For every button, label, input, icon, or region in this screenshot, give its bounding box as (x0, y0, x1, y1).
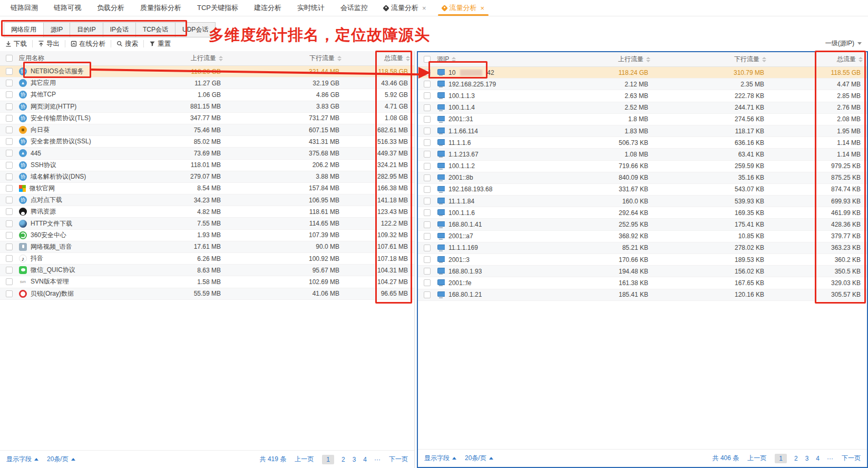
app-row[interactable]: 协SSH协议118.01 MB206.2 MB324.21 MB (0, 160, 414, 171)
checkbox[interactable] (6, 55, 13, 62)
page-size-dropdown[interactable]: 20条/页 (465, 454, 493, 463)
checkbox[interactable] (424, 151, 431, 158)
sort-icon[interactable] (337, 56, 342, 61)
top-tab-6[interactable]: 实时统计 (297, 0, 325, 16)
column-header-3[interactable]: 总流量 (771, 55, 867, 64)
page-number-1[interactable]: 1 (322, 455, 334, 464)
sort-icon[interactable] (762, 57, 766, 62)
app-row[interactable]: 协其他TCP1.06 GB4.86 GB5.92 GB (0, 89, 414, 101)
top-tab-9[interactable]: 流量分析× (442, 0, 485, 16)
reset-button[interactable]: 重置 (144, 40, 176, 48)
top-tab-3[interactable]: 质量指标分析 (140, 0, 181, 16)
checkbox[interactable] (6, 278, 13, 285)
ip-row[interactable]: 11.1.1.16985.21 KB278.02 KB363.23 KB (418, 242, 867, 254)
checkbox[interactable] (424, 221, 431, 228)
dimension-tab-4[interactable]: TCP会话 (135, 22, 175, 37)
checkbox[interactable] (424, 256, 431, 263)
checkbox[interactable] (424, 163, 431, 170)
app-row[interactable]: 腾讯资源4.82 MB118.61 MB123.43 MB (0, 206, 414, 218)
page-number-3[interactable]: 3 (805, 455, 809, 462)
ip-row[interactable]: 2001::3170.66 KB189.53 KB360.2 KB (418, 254, 867, 266)
checkbox[interactable] (424, 56, 431, 63)
checkbox[interactable] (424, 279, 431, 286)
ip-row[interactable]: 192.168.193.68331.67 KB543.07 KB874.74 K… (418, 184, 867, 196)
online-analysis-button[interactable]: 在线分析 (65, 40, 111, 48)
ip-row[interactable]: 100.1.1.6292.64 KB169.35 KB461.99 KB (418, 207, 867, 219)
sort-icon[interactable] (859, 57, 863, 62)
page-number-2[interactable]: 2 (794, 455, 798, 462)
page-number-1[interactable]: 1 (775, 454, 787, 463)
ip-row[interactable]: 11.1.1.6506.73 KB636.16 KB1.14 MB (418, 137, 867, 149)
checkbox[interactable] (424, 92, 431, 99)
page-number-3[interactable]: 3 (353, 456, 356, 463)
app-row[interactable]: 协域名解析协议(DNS)279.07 MB3.88 MB282.95 MB (0, 171, 414, 183)
top-tab-2[interactable]: 负载分析 (97, 0, 124, 16)
next-page-button[interactable]: 下一页 (842, 454, 861, 463)
page-ellipsis[interactable]: ··· (374, 456, 381, 463)
checkbox[interactable] (424, 69, 431, 76)
ip-row[interactable]: 1042118.24 GB310.79 MB118.55 GB (418, 67, 867, 79)
checkbox[interactable] (424, 291, 431, 298)
checkbox[interactable] (424, 104, 431, 111)
app-row[interactable]: ▲其它应用11.27 GB32.19 GB43.46 GB (0, 77, 414, 89)
checkbox[interactable] (6, 267, 13, 274)
app-row[interactable]: 贝锐(Oray)数据55.59 MB41.06 MB96.65 MB (0, 288, 414, 300)
checkbox[interactable] (6, 255, 13, 262)
checkbox[interactable] (6, 115, 13, 122)
search-button[interactable]: 搜索 (111, 40, 143, 48)
app-row[interactable]: 网络视频_语音17.61 MB90.0 MB107.61 MB (0, 241, 414, 253)
checkbox[interactable] (424, 174, 431, 181)
checkbox[interactable] (6, 290, 13, 297)
display-fields-button[interactable]: 显示字段 (424, 454, 456, 463)
page-number-2[interactable]: 2 (342, 456, 345, 463)
next-page-button[interactable]: 下一页 (389, 455, 408, 464)
dimension-tab-5[interactable]: UDP会话 (175, 22, 216, 37)
dimension-tab-3[interactable]: IP会话 (103, 22, 136, 37)
checkbox[interactable] (424, 116, 431, 123)
sort-icon[interactable] (406, 56, 410, 61)
app-row[interactable]: 协安全传输层协议(TLS)347.77 MB731.27 MB1.08 GB (0, 113, 414, 124)
ip-row[interactable]: 100.1.1.32.63 MB222.78 KB2.85 MB (418, 90, 867, 102)
checkbox[interactable] (6, 126, 13, 133)
page-number-4[interactable]: 4 (363, 456, 367, 463)
download-button[interactable]: 下载 (5, 40, 32, 48)
app-row[interactable]: 微信_QUIC协议8.63 MB95.67 MB104.31 MB (0, 265, 414, 276)
checkbox[interactable] (6, 185, 13, 192)
export-button[interactable]: 导出 (33, 40, 65, 48)
prev-page-button[interactable]: 上一页 (747, 454, 766, 463)
checkbox[interactable] (424, 245, 431, 251)
dimension-tab-1[interactable]: 源IP (43, 22, 70, 37)
ip-row[interactable]: 2001::8b840.09 KB35.16 KB875.25 KB (418, 172, 867, 184)
sort-icon[interactable] (452, 57, 456, 62)
top-tab-1[interactable]: 链路可视 (54, 0, 81, 16)
column-header-2[interactable]: 下行流量 (655, 55, 771, 64)
app-row[interactable]: ♪抖音6.26 MB100.92 MB107.18 MB (0, 253, 414, 265)
checkbox[interactable] (6, 103, 13, 110)
checkbox[interactable] (6, 80, 13, 86)
prev-page-button[interactable]: 上一页 (295, 455, 314, 464)
ip-row[interactable]: 2001::311.8 MB274.56 KB2.08 MB (418, 114, 867, 125)
column-header-0[interactable]: 源IP (436, 55, 544, 64)
sort-icon[interactable] (219, 56, 223, 61)
ip-row[interactable]: 168.80.1.21185.41 KB120.16 KB305.57 KB (418, 289, 867, 301)
checkbox[interactable] (424, 128, 431, 134)
app-row[interactable]: 微软官网8.54 MB157.84 MB166.38 MB (0, 183, 414, 194)
close-icon[interactable]: × (422, 5, 426, 12)
checkbox[interactable] (6, 138, 13, 145)
page-number-4[interactable]: 4 (816, 455, 820, 462)
checkbox[interactable] (424, 81, 431, 87)
checkbox[interactable] (424, 233, 431, 240)
close-icon[interactable]: × (481, 5, 485, 12)
ip-row[interactable]: 11.1.1.84160.0 KB539.93 KB699.93 KB (418, 196, 867, 207)
checkbox[interactable] (424, 268, 431, 275)
dimension-tab-0[interactable]: 网络应用 (4, 22, 44, 37)
app-row[interactable]: 协安全套接层协议(SSL)85.02 MB431.31 MB516.33 MB (0, 136, 414, 148)
page-size-dropdown[interactable]: 20条/页 (47, 455, 75, 464)
dimension-tab-2[interactable]: 目的IP (70, 22, 103, 37)
column-header-1[interactable]: 上行流量 (150, 54, 227, 63)
column-header-0[interactable]: 应用名称 (18, 54, 150, 63)
checkbox[interactable] (6, 68, 13, 75)
top-tab-8[interactable]: 流量分析× (384, 0, 426, 16)
ip-row[interactable]: 1.1.213.671.08 MB63.41 KB1.14 MB (418, 149, 867, 160)
top-tab-4[interactable]: TCP关键指标 (197, 0, 238, 16)
